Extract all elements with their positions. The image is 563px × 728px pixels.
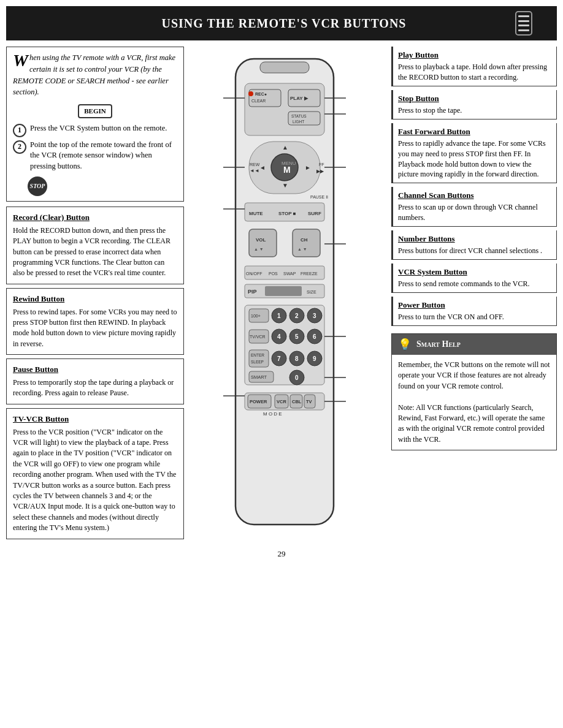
svg-text:9: 9 <box>313 355 316 362</box>
pause-title: Pause Button <box>13 364 177 376</box>
number-buttons-title: Number Buttons <box>398 233 551 245</box>
svg-text:◄: ◄ <box>259 164 266 171</box>
svg-text:SLEEP: SLEEP <box>251 360 264 364</box>
step1-number: 1 <box>13 124 26 137</box>
svg-text:TV/VCR: TV/VCR <box>250 335 266 339</box>
center-column: REC● CLEAR PLAY ▶ STATUS LIGHT MENU M RE… <box>184 47 391 543</box>
smart-help-header: 💡 Smart Help <box>392 334 556 355</box>
channel-scan-section: Channel Scan Buttons Press to scan up or… <box>391 187 557 227</box>
intro-text: W hen using the TV remote with a VCR, fi… <box>13 52 177 98</box>
stop-title: Stop Button <box>398 93 551 104</box>
svg-text:LIGHT: LIGHT <box>293 119 304 124</box>
step2-number: 2 <box>13 140 26 154</box>
record-section: Record (Clear) Button Hold the RECORD bu… <box>6 207 184 284</box>
power-body: Press to turn the VCR ON and OFF. <box>398 312 551 322</box>
smart-help-text1: Remember, the VCR buttons on the remote … <box>398 360 550 392</box>
smart-help-box: 💡 Smart Help Remember, the VCR buttons o… <box>391 333 557 450</box>
svg-text:REW: REW <box>250 162 260 167</box>
svg-text:100+: 100+ <box>251 314 261 318</box>
svg-text:TV: TV <box>306 399 312 404</box>
svg-text:FREEZE: FREEZE <box>301 271 318 276</box>
play-body: Press to playback a tape. Hold down afte… <box>398 62 551 83</box>
svg-text:M    O    D    E: M O D E <box>263 411 282 417</box>
step2-text: Point the top of the remote toward the f… <box>30 140 177 172</box>
main-content: W hen using the TV remote with a VCR, fi… <box>0 40 563 543</box>
power-section: Power Button Press to turn the VCR ON an… <box>391 297 557 326</box>
remote-svg: REC● CLEAR PLAY ▶ STATUS LIGHT MENU M RE… <box>217 53 352 531</box>
smart-help-body: Remember, the VCR buttons on the remote … <box>392 355 556 450</box>
svg-text:►: ► <box>305 164 311 171</box>
svg-text:VCR: VCR <box>277 399 286 404</box>
svg-text:◄◄: ◄◄ <box>250 168 259 173</box>
page-title: Using the Remote's VCR Buttons <box>53 17 515 31</box>
tvvcr-body: Press to the VCR position ("VCR" indicat… <box>13 427 177 534</box>
svg-text:3: 3 <box>313 313 316 319</box>
svg-text:REC●: REC● <box>255 92 267 96</box>
rewind-title: Rewind Button <box>13 294 177 305</box>
vcr-system-body: Press to send remote commands to the VCR… <box>398 279 551 289</box>
svg-text:STATUS: STATUS <box>291 114 307 118</box>
record-body: Hold the RECORD button down, and then pr… <box>13 226 177 279</box>
svg-text:▲  ▼: ▲ ▼ <box>297 247 307 251</box>
svg-text:MUTE: MUTE <box>249 211 263 216</box>
channel-scan-body: Press to scan up or down through VCR cha… <box>398 202 551 223</box>
svg-text:7: 7 <box>277 355 281 362</box>
pause-section: Pause Button Press to temporarily stop t… <box>6 358 184 404</box>
svg-text:SURF: SURF <box>308 211 321 216</box>
svg-text:0: 0 <box>295 374 299 381</box>
step2: 2 Point the top of the remote toward the… <box>13 140 177 172</box>
ff-section: Fast Forward Button Press to rapidly adv… <box>391 123 557 183</box>
svg-rect-1 <box>260 62 309 73</box>
svg-text:SWAP: SWAP <box>283 271 296 276</box>
tvvcr-title: TV-VCR Button <box>13 414 177 425</box>
stop-body: Press to stop the tape. <box>398 105 551 116</box>
svg-text:M: M <box>283 165 291 175</box>
svg-text:SMART: SMART <box>251 374 267 380</box>
tvvcr-section: TV-VCR Button Press to the VCR position … <box>6 408 184 539</box>
svg-text:▲  ▼: ▲ ▼ <box>254 247 264 251</box>
remote-icon <box>515 11 532 36</box>
pause-body: Press to temporarily stop the tape durin… <box>13 377 177 399</box>
begin-badge: BEGIN <box>78 104 112 118</box>
svg-text:2: 2 <box>295 313 299 319</box>
svg-text:▼: ▼ <box>282 182 288 189</box>
ff-body: Press to rapidly advance the tape. For s… <box>398 138 551 180</box>
svg-text:FF: FF <box>319 162 324 167</box>
play-section: Play Button Press to playback a tape. Ho… <box>391 47 557 86</box>
bulb-icon: 💡 <box>398 336 412 352</box>
svg-text:CLEAR: CLEAR <box>251 99 266 103</box>
svg-text:VOL: VOL <box>256 237 266 243</box>
smart-help-title: Smart Help <box>416 338 461 351</box>
intro-box: W hen using the TV remote with a VCR, fi… <box>6 47 184 202</box>
svg-text:PAUSE II: PAUSE II <box>310 195 328 199</box>
svg-text:PLAY ▶: PLAY ▶ <box>290 96 308 101</box>
record-title: Record (Clear) Button <box>13 212 177 224</box>
svg-text:▲: ▲ <box>282 144 288 151</box>
svg-text:CBL: CBL <box>292 399 302 404</box>
step1: 1 Press the VCR System button on the rem… <box>13 123 177 137</box>
svg-text:POS: POS <box>269 271 278 276</box>
svg-text:POWER: POWER <box>250 399 267 404</box>
page-header: Using the Remote's VCR Buttons <box>6 6 557 40</box>
svg-text:CH: CH <box>301 237 308 243</box>
step1-text: Press the VCR System button on the remot… <box>30 123 167 134</box>
ff-title: Fast Forward Button <box>398 126 551 137</box>
svg-rect-29 <box>249 229 277 257</box>
left-column: W hen using the TV remote with a VCR, fi… <box>6 47 184 543</box>
vcr-system-section: VCR System Button Press to send remote c… <box>391 264 557 293</box>
channel-scan-title: Channel Scan Buttons <box>398 190 551 201</box>
svg-text:PIP: PIP <box>248 289 257 295</box>
svg-point-4 <box>248 91 253 96</box>
right-column: Play Button Press to playback a tape. Ho… <box>391 47 557 543</box>
smart-help-text2: Note: All VCR functions (particularly Se… <box>398 403 550 446</box>
stop-badge: STOP <box>28 176 47 196</box>
svg-text:ON/OFF: ON/OFF <box>246 271 262 276</box>
svg-text:▶▶: ▶▶ <box>316 169 324 174</box>
svg-rect-32 <box>293 229 320 257</box>
number-buttons-section: Number Buttons Press buttons for direct … <box>391 230 557 260</box>
svg-text:6: 6 <box>313 333 316 340</box>
remote-diagram: REC● CLEAR PLAY ▶ STATUS LIGHT MENU M RE… <box>217 53 358 533</box>
number-buttons-body: Press buttons for direct VCR channel sel… <box>398 246 551 256</box>
svg-text:4: 4 <box>277 333 281 340</box>
vcr-system-title: VCR System Button <box>398 267 551 278</box>
